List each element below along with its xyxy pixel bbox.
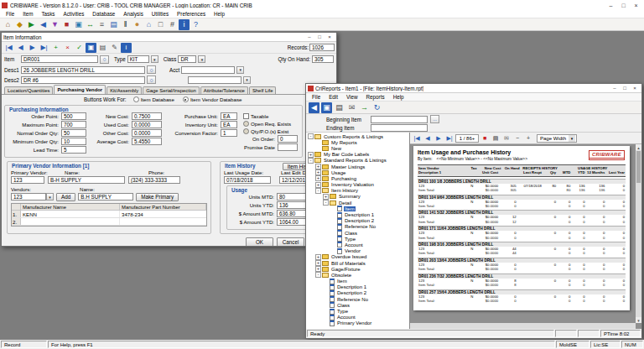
- tree-expander-icon[interactable]: -: [315, 188, 321, 194]
- tree-item[interactable]: Description 2: [306, 290, 409, 296]
- help-icon[interactable]: ?: [190, 19, 201, 30]
- transfer-icon[interactable]: ↔: [85, 19, 96, 30]
- desc1-lookup-icon[interactable]: [147, 65, 156, 74]
- next-record-icon[interactable]: ▶: [27, 43, 38, 53]
- receive-icon[interactable]: ▼: [49, 19, 60, 30]
- class-input[interactable]: DR: [178, 55, 196, 63]
- tree-expander-icon[interactable]: [323, 315, 329, 320]
- vendor-name-input[interactable]: B.H SUPPLY: [78, 193, 133, 201]
- field-input[interactable]: EA: [221, 112, 237, 120]
- tree-expander-icon[interactable]: [330, 206, 336, 211]
- tree-item[interactable]: - Detail: [306, 200, 409, 206]
- field-input[interactable]: 5: [61, 146, 86, 154]
- tab[interactable]: Attribute/Tolerance: [200, 86, 248, 94]
- close-button[interactable]: ×: [630, 85, 640, 92]
- tree-expander-icon[interactable]: +: [315, 266, 321, 272]
- tree-item[interactable]: Item: [306, 279, 409, 284]
- tree-expander-icon[interactable]: +: [315, 169, 321, 175]
- item-window-title-bar[interactable]: Item Information –□×: [2, 33, 336, 42]
- item-master-icon[interactable]: ◆: [14, 19, 25, 30]
- info-icon[interactable]: i: [179, 19, 190, 30]
- tree-item[interactable]: + Summary: [306, 194, 409, 200]
- purchasing-checkbox[interactable]: Open Req. Exists: [243, 120, 299, 128]
- menu-item[interactable]: File: [308, 94, 325, 100]
- field-input[interactable]: 50: [61, 129, 86, 137]
- close-button[interactable]: ×: [630, 1, 642, 10]
- promise-date-value[interactable]: [278, 143, 298, 151]
- menu-item[interactable]: Database: [88, 11, 119, 17]
- previous-record-icon[interactable]: ◀: [15, 43, 26, 53]
- last-record-icon[interactable]: ▶|: [39, 43, 49, 53]
- menu-item[interactable]: Help: [210, 11, 229, 17]
- minimize-button[interactable]: –: [605, 1, 617, 10]
- tree-expander-icon[interactable]: [330, 242, 336, 247]
- zoom-in-icon[interactable]: +: [523, 133, 533, 143]
- delete-item-icon[interactable]: ×: [62, 43, 73, 53]
- menu-item[interactable]: Tasks: [37, 11, 59, 17]
- tree-item[interactable]: + Inventory Valuation: [306, 182, 409, 188]
- crib-icon[interactable]: ⌂: [3, 19, 13, 30]
- tree-expander-icon[interactable]: +: [315, 182, 321, 188]
- field-input[interactable]: 500: [61, 112, 86, 120]
- copy-item-icon[interactable]: ▣: [86, 43, 96, 53]
- email-report-icon[interactable]: ✉: [346, 102, 357, 113]
- tree-item[interactable]: + Bill of Materials: [306, 260, 409, 266]
- desc2-input[interactable]: DR #6: [21, 76, 145, 84]
- zoom-dropdown-icon[interactable]: [569, 135, 575, 142]
- cancel-button[interactable]: Cancel: [277, 237, 304, 247]
- desc1-input[interactable]: 26 JOBBERS LENGTH DRILL: [21, 66, 145, 74]
- beginning-item-browse-button[interactable]: ...: [430, 115, 439, 123]
- tree-item[interactable]: Type: [306, 308, 409, 314]
- tab[interactable]: Gage Serial/Inspection: [143, 86, 200, 94]
- vertical-scrollbar[interactable]: ▴ ▾: [636, 144, 641, 323]
- add-item-icon[interactable]: +: [50, 43, 61, 53]
- beginning-item-input[interactable]: [371, 116, 428, 123]
- tree-expander-icon[interactable]: [315, 145, 321, 151]
- field-input[interactable]: EA: [221, 121, 237, 128]
- print-item-icon[interactable]: ▤: [97, 43, 108, 53]
- scroll-down-icon[interactable]: ▾: [636, 317, 641, 323]
- reports-icon[interactable]: ▤: [108, 19, 119, 30]
- tree-item[interactable]: Account: [306, 242, 409, 247]
- tree-item[interactable]: - Item History: [306, 188, 409, 194]
- tree-expander-icon[interactable]: [330, 248, 336, 254]
- tree-expander-icon[interactable]: [323, 284, 329, 290]
- tree-expander-icon[interactable]: [323, 279, 329, 284]
- vendors-dropdown-icon[interactable]: [46, 193, 54, 201]
- manufacturer-row[interactable]: 2.: [12, 218, 206, 226]
- tree-item[interactable]: Primary Vendor: [306, 320, 409, 326]
- tree-item[interactable]: Class: [306, 230, 409, 236]
- barcode-labels-icon[interactable]: ‖: [120, 19, 131, 30]
- reports-title-bar[interactable]: CriReports - Item1 - [File: ItemHistory-…: [306, 84, 641, 93]
- tree-item[interactable]: Reference No: [306, 224, 409, 230]
- field-input[interactable]: 5.4550: [132, 138, 162, 145]
- menu-item[interactable]: Reports: [362, 94, 389, 100]
- tree-expander-icon[interactable]: [330, 224, 336, 230]
- tree-expander-icon[interactable]: +: [315, 175, 321, 181]
- tree-item[interactable]: + Overdue Issued: [306, 254, 409, 260]
- tree-item[interactable]: + Gage/Fixture: [306, 266, 409, 272]
- menu-item[interactable]: File: [2, 11, 18, 17]
- tree-item[interactable]: My Reports: [306, 139, 409, 145]
- spare-input[interactable]: [188, 76, 242, 84]
- tree-item[interactable]: + Purchasing: [306, 175, 409, 181]
- database-radio[interactable]: Item Vendor Database: [183, 96, 242, 102]
- field-input[interactable]: 0.7500: [132, 112, 162, 120]
- tree-expander-icon[interactable]: +: [315, 164, 321, 169]
- menu-item[interactable]: Activities: [60, 11, 89, 17]
- tree-expander-icon[interactable]: [315, 139, 321, 145]
- vendors-select[interactable]: 123: [11, 193, 46, 201]
- first-record-icon[interactable]: |◀: [3, 43, 14, 53]
- add-vendor-button[interactable]: Add: [56, 193, 75, 201]
- tab[interactable]: Purchasing Vendor: [54, 85, 106, 94]
- tree-item[interactable]: - Custom Reports & Listings: [306, 133, 409, 139]
- tree-expander-icon[interactable]: -: [323, 200, 329, 206]
- notes-icon[interactable]: ✎: [109, 43, 120, 53]
- field-input[interactable]: 0.0000: [132, 129, 162, 137]
- field-input[interactable]: 700: [61, 121, 86, 128]
- last-page-icon[interactable]: ▶|: [444, 133, 454, 143]
- save-item-icon[interactable]: ✓: [74, 43, 85, 53]
- employees-icon[interactable]: ●: [132, 19, 143, 30]
- tree-expander-icon[interactable]: +: [315, 260, 321, 266]
- item-input[interactable]: DR001: [21, 55, 98, 63]
